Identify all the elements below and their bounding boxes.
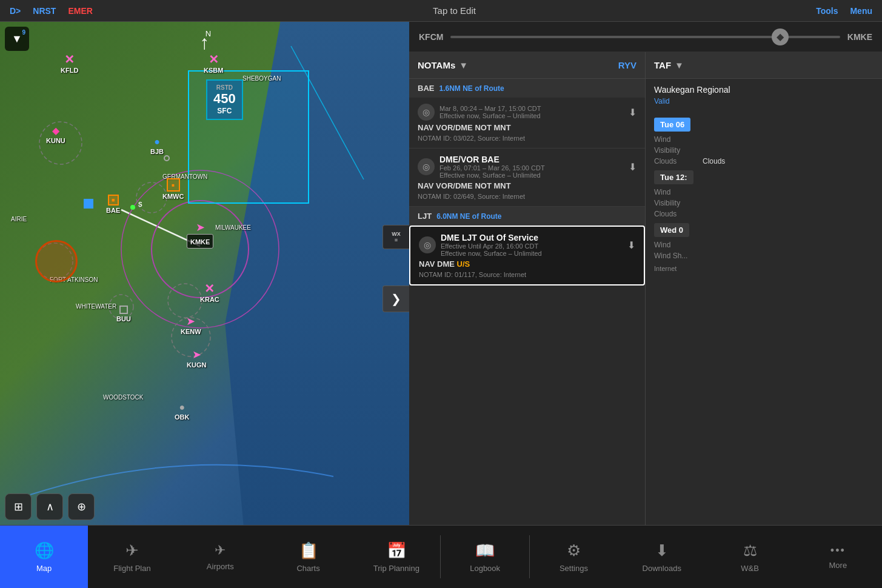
layers-icon: ⊞ (14, 500, 23, 513)
taf-tue06-vis-label: Visibility (654, 146, 703, 155)
taf-valid-label: Valid (654, 97, 670, 105)
taf-tue12-wind-value (703, 188, 874, 196)
airport-krac[interactable]: ✕ KRAC (200, 282, 219, 303)
bjb-label: BJB (150, 148, 164, 155)
taf-panel-header: TAF ▼ (646, 52, 882, 79)
nav-trip-planning[interactable]: 📅 Trip Planning (352, 526, 440, 588)
taf-period-tue06-header[interactable]: Tue 06 (654, 118, 690, 132)
charts-nav-icon: 📋 (299, 541, 318, 560)
nav-trip-planning-label: Trip Planning (373, 564, 419, 573)
airport-kenw[interactable]: ➤ KENW (181, 316, 201, 335)
taf-tue06-clouds-label: Clouds (654, 157, 703, 165)
notam-ljt-section: LJT 6.0NM NE of Route (409, 207, 645, 226)
notam-ljt-1-effective: Effective now, Surface – Unlimited (441, 250, 623, 257)
buu-icon (119, 306, 128, 314)
map-nav-icon: 🌐 (35, 541, 54, 560)
menu-button[interactable]: Menu (850, 6, 872, 16)
airport-kfld[interactable]: ✕ KFLD (61, 53, 78, 74)
notam-title-text: NOTAMs (418, 60, 455, 70)
taf-period-tue12: Tue 12: Wind Visibility Clouds (654, 170, 874, 218)
nav-wb[interactable]: ⚖ W&B (706, 526, 793, 588)
ljt-distance: 6.0NM NE of Route (436, 212, 501, 221)
notam-bae-1-title-group: Mar 8, 00:24 – Mar 17, 15:00 CDT Effecti… (439, 105, 624, 119)
airport-buu[interactable]: BUU (116, 306, 131, 322)
location-button[interactable]: ⊕ (68, 493, 95, 520)
notam-pin-1[interactable]: ⬇ (629, 107, 636, 118)
nav-more[interactable]: ••• More (794, 526, 882, 588)
track-up-button[interactable]: ∧ (36, 493, 63, 520)
notam-bae-2-id: NOTAM ID: 02/649, Source: Internet (418, 193, 636, 200)
logbook-nav-icon: 📖 (475, 541, 495, 560)
kunu-icon: ◆ (52, 126, 59, 136)
notam-station[interactable]: RYV (618, 60, 636, 70)
filter-button[interactable]: ▼ 9 (5, 27, 29, 51)
kfld-label: KFLD (61, 67, 78, 74)
airport-kunu[interactable]: ◆ KUNU (46, 126, 65, 144)
airport-kmke[interactable]: ➤ KMKE (187, 222, 213, 249)
nav-airports[interactable]: ✈ Airports (176, 526, 264, 588)
ksbm-label: KSBM (204, 67, 223, 74)
taf-tue12-vis-label: Visibility (654, 199, 703, 207)
expand-panel-button[interactable]: ❯ (383, 286, 409, 312)
taf-tue12-clouds-label: Clouds (654, 210, 703, 218)
airport-obk[interactable]: ● OBK (175, 403, 189, 421)
db-button[interactable]: D> (10, 6, 21, 16)
taf-period-wed0-header[interactable]: Wed 0 (654, 223, 689, 237)
compass-n: N (205, 29, 211, 38)
notam-bae-2-description: NAV VOR/DME NOT MNT (418, 181, 636, 190)
nav-downloads[interactable]: ⬇ Downloads (618, 526, 706, 588)
nav-map[interactable]: 🌐 Map (0, 526, 88, 588)
flight-plan-nav-icon: ✈ (125, 541, 139, 560)
taf-wed0-wind-label: Wind (654, 241, 703, 249)
notam-filter-icon[interactable]: ▼ (459, 60, 468, 70)
notam-item-bae-1[interactable]: ◎ Mar 8, 00:24 – Mar 17, 15:00 CDT Effec… (409, 98, 645, 149)
taf-tue06-vis-row: Visibility (654, 146, 874, 155)
trip-planning-nav-icon: 📅 (387, 541, 406, 560)
nrst-button[interactable]: NRST (33, 6, 56, 16)
nav-charts[interactable]: 📋 Charts (264, 526, 352, 588)
buu-label: BUU (116, 315, 131, 322)
taf-tue06-clouds-row: Clouds Clouds (654, 157, 874, 165)
airport-bae[interactable]: ■ BAE (106, 195, 120, 214)
airport-ksbm[interactable]: ✕ KSBM (204, 53, 223, 74)
notam-item-bae-2[interactable]: ◎ DME/VOR BAE Feb 26, 07:01 – Mar 26, 15… (409, 149, 645, 207)
notam-item-ljt-1[interactable]: ◎ DME LJT Out Of Service Effective Until… (409, 226, 645, 286)
taf-period-wed0: Wed 0 Wind Wind Sh... (654, 223, 874, 260)
taf-panel: TAF ▼ Waukegan Regional Valid Tue 06 Win… (646, 52, 882, 525)
obk-label: OBK (175, 413, 189, 421)
nav-settings[interactable]: ⚙ Settings (530, 526, 618, 588)
taf-filter-icon[interactable]: ▼ (675, 60, 684, 70)
route-to-label: KMKE (847, 32, 872, 42)
airport-kmwc[interactable]: ■ KMWC (162, 178, 184, 200)
airports-nav-icon: ✈ (215, 543, 226, 558)
map-area[interactable]: RSTD 450 SFC ▼ 9 ↑ N SHEBOYGAN GERMANTOW… (0, 22, 409, 525)
taf-period-tue12-header[interactable]: Tue 12: (654, 170, 693, 184)
nav-flight-plan[interactable]: ✈ Flight Plan (88, 526, 176, 588)
route-from-label: KFCM (419, 32, 443, 42)
nav-airports-label: Airports (207, 562, 234, 571)
notam-pin-2[interactable]: ⬇ (629, 161, 636, 173)
filter-icon: ▼ (12, 33, 22, 45)
notam-bae-2-subtitle: Feb 26, 07:01 – Mar 26, 15:00 CDT (439, 164, 624, 172)
notam-pin-3[interactable]: ⬇ (627, 239, 635, 251)
route-slider-thumb[interactable]: ◆ (772, 28, 789, 45)
layers-button[interactable]: ⊞ (5, 493, 32, 520)
notam-nav-icon-1: ◎ (418, 104, 435, 121)
wx-button[interactable]: WX ≡ (383, 225, 409, 249)
nav-logbook-label: Logbook (470, 564, 500, 573)
emer-button[interactable]: EMER (68, 6, 92, 16)
notam-bae-2-title-group: DME/VOR BAE Feb 26, 07:01 – Mar 26, 15:0… (439, 155, 624, 179)
nav-wb-label: W&B (741, 564, 759, 573)
route-slider-track[interactable]: ◆ (450, 36, 840, 38)
airport-bjb[interactable]: ● BJB (150, 137, 164, 155)
panels-row: NOTAMs ▼ RYV BAE 1.6NM NE of Route ◎ (409, 52, 882, 525)
wx-label: ≡ (395, 237, 398, 243)
krac-label: KRAC (200, 296, 219, 303)
taf-wed0-windsh-row: Wind Sh... (654, 252, 874, 260)
nav-logbook[interactable]: 📖 Logbook (441, 526, 529, 588)
airport-kugn[interactable]: ➤ KUGN (187, 349, 206, 369)
tap-to-edit[interactable]: Tap to Edit (433, 5, 476, 16)
map-controls: ⊞ ∧ ⊕ (5, 493, 95, 520)
tools-button[interactable]: Tools (816, 6, 838, 16)
kmke-label: KMKE (190, 238, 210, 246)
